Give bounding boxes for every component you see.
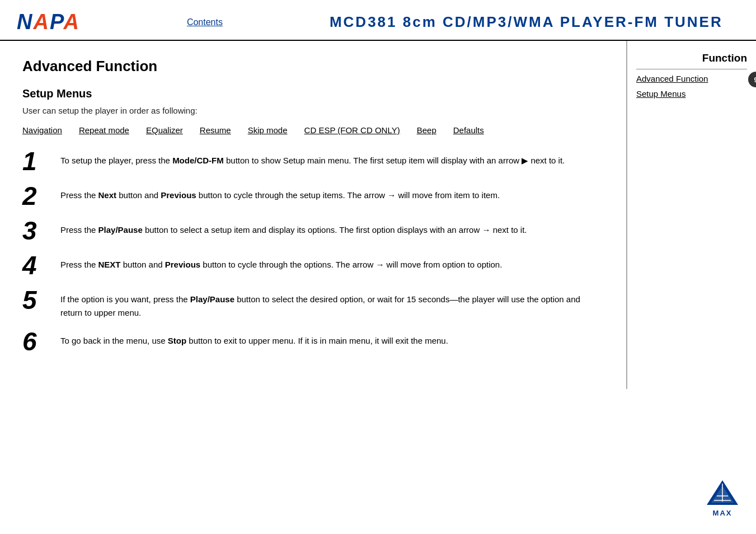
step-number-4: 4 <box>22 252 56 278</box>
step-number-5: 5 <box>22 287 56 313</box>
nav-link-1[interactable]: Repeat mode <box>79 125 129 135</box>
nav-link-0[interactable]: Navigation <box>22 125 62 135</box>
nav-link-4[interactable]: Skip mode <box>248 125 288 135</box>
nav-link-7[interactable]: Defaults <box>453 125 484 135</box>
max-triangle-icon <box>706 479 739 507</box>
step-text-1: To setup the player, press the Mode/CD-F… <box>60 152 565 167</box>
content-area: Advanced Function Setup Menus User can s… <box>0 41 627 389</box>
main-layout: Advanced Function Setup Menus User can s… <box>0 41 756 389</box>
steps-list: 1To setup the player, press the Mode/CD-… <box>22 152 604 354</box>
step-item-6: 6To go back in the menu, use Stop button… <box>22 332 604 354</box>
footer-logo: MAX <box>706 479 739 517</box>
nav-link-6[interactable]: Beep <box>417 125 436 135</box>
page-header: NAPA Contents MCD381 8cm CD/MP3/WMA PLAY… <box>0 0 756 41</box>
step-item-1: 1To setup the player, press the Mode/CD-… <box>22 152 604 174</box>
step-number-6: 6 <box>22 329 56 354</box>
header-center: Contents <box>102 17 307 27</box>
max-brand-label: MAX <box>706 509 739 517</box>
step-item-3: 3Press the Play/Pause button to select a… <box>22 221 604 243</box>
napa-logo: NAPA <box>17 10 80 34</box>
nav-links-row: NavigationRepeat modeEQualizerResumeSkip… <box>22 125 604 135</box>
header-title: MCD381 8cm CD/MP3/WMA PLAYER-FM TUNER <box>330 13 739 31</box>
sidebar-link-0[interactable]: Advanced Function <box>636 74 747 83</box>
sidebar: Function 9 Advanced FunctionSetup Menus <box>627 41 756 389</box>
step-item-4: 4Press the NEXT button and Previous butt… <box>22 256 604 278</box>
page-number-badge: 9 <box>748 72 756 87</box>
section-title: Setup Menus <box>22 87 604 100</box>
sidebar-function-title: Function <box>636 52 747 69</box>
step-item-2: 2Press the Next button and Previous butt… <box>22 186 604 209</box>
logo-area: NAPA <box>17 10 80 34</box>
step-text-3: Press the Play/Pause button to select a … <box>60 221 527 237</box>
page-title: Advanced Function <box>22 58 604 75</box>
intro-text: User can setup the player in order as fo… <box>22 106 604 115</box>
contents-link[interactable]: Contents <box>187 17 223 27</box>
step-item-5: 5If the option is you want, press the Pl… <box>22 291 604 320</box>
step-text-2: Press the Next button and Previous butto… <box>60 186 500 202</box>
step-number-1: 1 <box>22 148 56 174</box>
nav-link-3[interactable]: Resume <box>200 125 231 135</box>
step-number-3: 3 <box>22 218 56 243</box>
step-text-4: Press the NEXT button and Previous butto… <box>60 256 502 271</box>
step-text-5: If the option is you want, press the Pla… <box>60 291 604 320</box>
sidebar-link-1[interactable]: Setup Menus <box>636 89 747 99</box>
nav-link-2[interactable]: EQualizer <box>146 125 183 135</box>
step-number-2: 2 <box>22 183 56 209</box>
nav-link-5[interactable]: CD ESP (FOR CD ONLY) <box>304 125 400 135</box>
step-text-6: To go back in the menu, use Stop button … <box>60 332 448 348</box>
